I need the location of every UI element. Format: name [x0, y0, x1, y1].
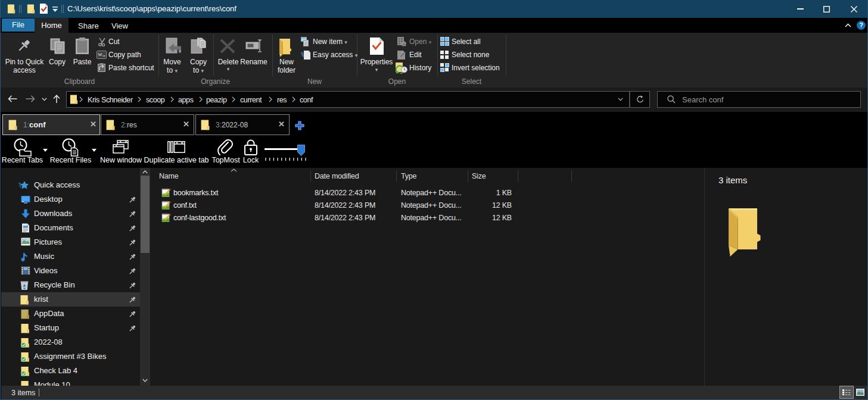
svg-text:?: ? [859, 21, 863, 29]
